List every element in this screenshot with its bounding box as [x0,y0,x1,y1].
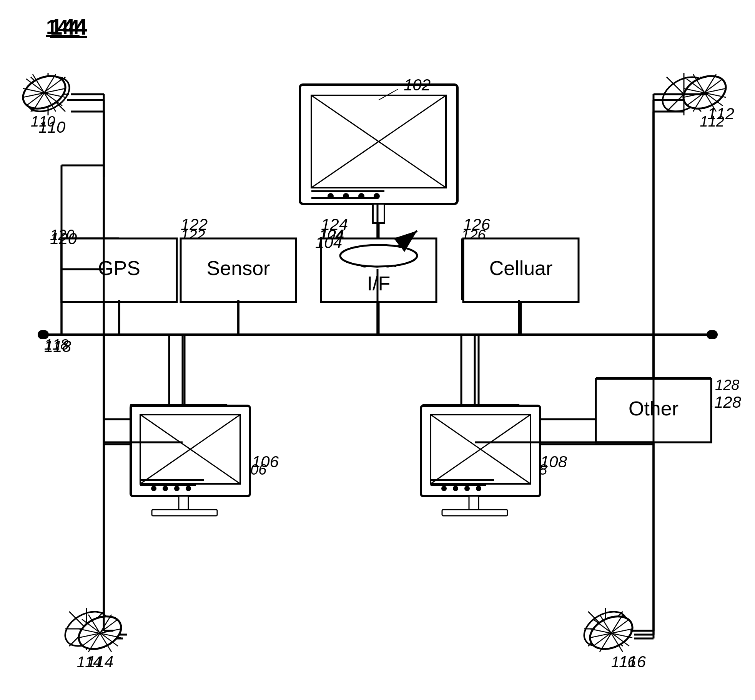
svg-point-63 [156,476,160,480]
sensor-box: Sensor [181,238,296,300]
ref-126: 126 [461,227,486,243]
gps-box: GPS [62,238,177,300]
svg-rect-46 [342,188,404,196]
svg-rect-74 [446,484,493,489]
svg-point-93 [707,330,716,339]
svg-point-78 [471,476,475,480]
other-box: Other [596,377,711,438]
ref-120: 120 [50,227,74,243]
svg-point-64 [163,476,167,480]
diagram: 144 110 112 [0,0,755,700]
figure-label: 144 [46,15,80,38]
ref-110: 110 [31,113,55,130]
antenna-bot-right [580,604,630,655]
ref-106: 106 [242,462,266,478]
antenna-top-right [659,69,709,121]
ref-124: 124 [320,227,344,243]
ref-118: 118 [44,337,68,353]
ref-116: 116 [611,654,635,670]
antenna-bot-left [62,604,111,655]
cellular-box: Celluar [461,238,577,300]
svg-rect-62 [154,484,201,489]
svg-point-50 [376,178,381,183]
computer-left [127,404,238,496]
ref-108: 108 [523,462,547,478]
ref-114: 114 [77,654,101,670]
svg-point-76 [456,476,459,480]
main-computer [304,85,454,204]
svg-point-66 [179,476,183,480]
user-if-box: User I/F [320,238,435,300]
computer-right [419,404,530,496]
svg-point-48 [357,178,362,183]
svg-point-2 [707,331,715,338]
antenna-top-left [23,69,73,121]
ref-112: 112 [700,113,724,130]
ref-102: 102 [361,81,386,97]
svg-point-65 [171,476,175,480]
svg-point-49 [367,178,371,183]
ref-122: 122 [181,227,205,243]
svg-point-47 [348,178,352,183]
ref-128: 128 [715,377,739,393]
svg-point-77 [463,476,467,480]
svg-point-75 [448,476,452,480]
